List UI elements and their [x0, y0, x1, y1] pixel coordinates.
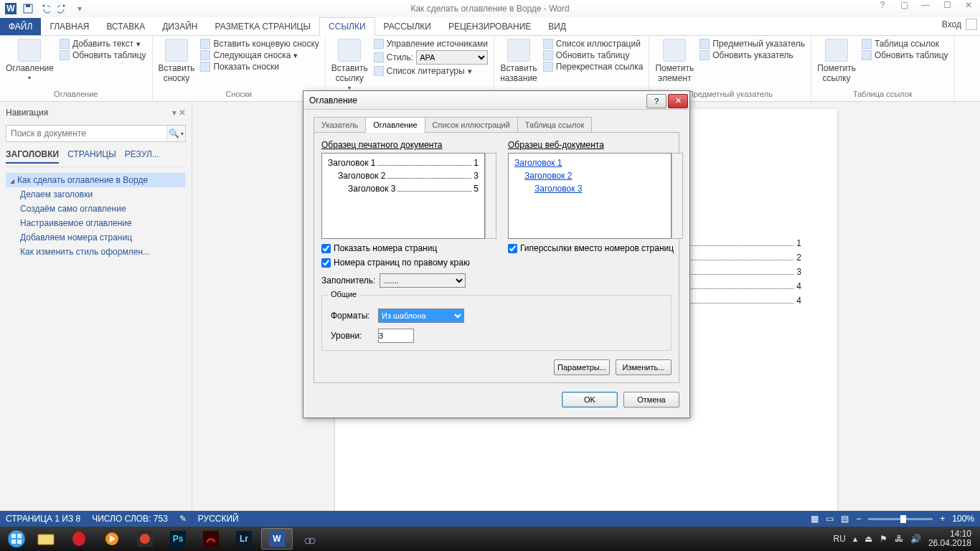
- dialog-tab-index[interactable]: Указатель: [314, 117, 366, 133]
- dialog-tab-listfig[interactable]: Список иллюстраций: [425, 117, 518, 133]
- tab-home[interactable]: ГЛАВНАЯ: [41, 18, 98, 35]
- user-icon[interactable]: [966, 19, 977, 30]
- minimize-icon[interactable]: —: [917, 0, 934, 10]
- manage-sources-button[interactable]: Управление источниками: [374, 39, 488, 49]
- taskbar-photoshop-icon[interactable]: Ps: [162, 528, 194, 550]
- tab-mailings[interactable]: РАССЫЛКИ: [375, 18, 440, 35]
- taskbar-opera-icon[interactable]: [63, 528, 95, 550]
- ribbon-display-icon[interactable]: ▢: [895, 0, 913, 10]
- taskbar-wmp-icon[interactable]: [96, 528, 128, 550]
- status-language[interactable]: РУССКИЙ: [198, 514, 239, 524]
- dialog-help-icon[interactable]: ?: [646, 94, 666, 108]
- nav-pin-icon[interactable]: ▾: [172, 108, 176, 118]
- taskbar-acrobat-icon[interactable]: [195, 528, 227, 550]
- mark-index-button[interactable]: Пометить элемент: [655, 39, 694, 83]
- web-preview-scroll[interactable]: [672, 153, 683, 239]
- taskbar-lightroom-icon[interactable]: Lr: [228, 528, 260, 550]
- nav-search-input[interactable]: [6, 128, 166, 138]
- tray-volume-icon[interactable]: 🔊: [910, 534, 921, 544]
- maximize-icon[interactable]: ☐: [938, 0, 956, 10]
- insert-citation-button[interactable]: Вставить ссылку▾: [331, 39, 368, 91]
- insert-caption-button[interactable]: Вставить название: [500, 39, 537, 83]
- next-footnote-button[interactable]: Следующая сноска ▾: [200, 50, 319, 60]
- insert-toa-button[interactable]: Таблица ссылок: [862, 39, 948, 49]
- insert-endnote-button[interactable]: Вставить концевую сноску: [200, 39, 319, 49]
- leader-select[interactable]: .......: [380, 273, 466, 288]
- levels-spinner[interactable]: [378, 329, 414, 343]
- mark-citation-toa-button[interactable]: Пометить ссылку: [817, 39, 856, 83]
- dialog-tab-toa[interactable]: Таблица ссылок: [517, 117, 593, 133]
- nav-tree-item[interactable]: Делаем заголовки: [6, 187, 186, 202]
- zoom-out-icon[interactable]: −: [856, 514, 861, 524]
- tray-lang[interactable]: RU: [834, 534, 846, 544]
- nav-tree-item[interactable]: Добавляем номера страниц: [6, 230, 186, 245]
- tab-layout[interactable]: РАЗМЕТКА СТРАНИЦЫ: [207, 18, 320, 35]
- taskbar-word-icon[interactable]: W: [261, 528, 293, 550]
- help-icon[interactable]: ?: [874, 0, 891, 10]
- update-toa-button[interactable]: Обновить таблицу: [862, 50, 948, 60]
- save-icon[interactable]: [22, 2, 34, 15]
- login-link[interactable]: Вход: [942, 19, 961, 29]
- right-align-checkbox[interactable]: [321, 258, 331, 268]
- toc-button[interactable]: Оглавление▾: [6, 39, 54, 81]
- close-icon[interactable]: ✕: [960, 0, 977, 10]
- tab-view[interactable]: ВИД: [540, 18, 575, 35]
- tray-flag-icon[interactable]: ⚑: [880, 534, 887, 544]
- nav-tab-pages[interactable]: СТРАНИЦЫ: [67, 149, 116, 164]
- tray-network-icon[interactable]: 🖧: [895, 534, 903, 544]
- nav-tab-headings[interactable]: ЗАГОЛОВКИ: [6, 149, 59, 164]
- list-figures-button[interactable]: Список иллюстраций: [543, 39, 644, 49]
- update-toc-button[interactable]: Обновить таблицу: [60, 50, 146, 60]
- modify-button[interactable]: Изменить...: [616, 359, 672, 375]
- dialog-close-icon[interactable]: ✕: [668, 94, 688, 108]
- show-footnotes-button[interactable]: Показать сноски: [200, 62, 319, 72]
- bibliography-button[interactable]: Список литературы ▾: [374, 66, 488, 76]
- print-preview-scroll[interactable]: [485, 153, 496, 239]
- taskbar-app-1-icon[interactable]: [129, 528, 161, 550]
- status-page[interactable]: СТРАНИЦА 1 ИЗ 8: [6, 514, 80, 524]
- proofing-icon[interactable]: ✎: [179, 514, 187, 524]
- nav-tab-results[interactable]: РЕЗУЛ...: [125, 149, 159, 164]
- nav-tree-root[interactable]: Как сделать оглавление в Ворде: [6, 173, 186, 187]
- tray-clock[interactable]: 14:1026.04.2018: [928, 529, 971, 548]
- view-print-icon[interactable]: ▦: [811, 514, 819, 524]
- redo-icon[interactable]: [56, 2, 69, 15]
- start-button[interactable]: [3, 528, 30, 550]
- hyperlinks-checkbox[interactable]: [508, 244, 517, 253]
- ok-button[interactable]: OK: [562, 392, 618, 408]
- cancel-button[interactable]: Отмена: [623, 392, 679, 408]
- cross-ref-button[interactable]: Перекрестная ссылка: [543, 62, 644, 72]
- view-web-icon[interactable]: ▤: [841, 514, 849, 524]
- dialog-tab-toc[interactable]: Оглавление: [365, 117, 425, 133]
- taskbar-explorer-icon[interactable]: [30, 528, 62, 550]
- insert-footnote-button[interactable]: Вставить сноску: [159, 39, 195, 83]
- nav-close-icon[interactable]: ✕: [179, 108, 186, 118]
- update-captions-button[interactable]: Обновить таблицу: [543, 50, 644, 60]
- params-button[interactable]: Параметры...: [554, 359, 610, 375]
- qat-customize-icon[interactable]: ▾: [73, 2, 86, 15]
- zoom-in-icon[interactable]: +: [940, 514, 945, 524]
- nav-tree-item[interactable]: Настраиваемое оглавление: [6, 216, 186, 230]
- formats-select[interactable]: Из шаблона: [378, 309, 464, 323]
- zoom-value[interactable]: 100%: [952, 514, 974, 524]
- tab-insert[interactable]: ВСТАВКА: [98, 18, 154, 35]
- tab-review[interactable]: РЕЦЕНЗИРОВАНИЕ: [440, 18, 540, 35]
- citation-style-select[interactable]: APA: [416, 50, 488, 65]
- nav-tree-item[interactable]: Как изменить стиль оформлен...: [6, 245, 186, 259]
- tab-design[interactable]: ДИЗАЙН: [154, 18, 206, 35]
- show-page-numbers-checkbox[interactable]: [321, 244, 331, 253]
- update-index-button[interactable]: Обновить указатель: [699, 50, 805, 60]
- insert-index-button[interactable]: Предметный указатель: [699, 39, 805, 49]
- taskbar-snip-icon[interactable]: [294, 528, 326, 550]
- add-text-button[interactable]: Добавить текст ▾: [60, 39, 146, 49]
- search-icon[interactable]: 🔍: [169, 128, 179, 138]
- tab-file[interactable]: ФАЙЛ: [0, 18, 41, 35]
- tab-references[interactable]: ССЫЛКИ: [319, 17, 374, 36]
- status-words[interactable]: ЧИСЛО СЛОВ: 753: [92, 514, 168, 524]
- view-read-icon[interactable]: ▭: [826, 514, 834, 524]
- zoom-slider[interactable]: [868, 518, 933, 520]
- undo-icon[interactable]: [39, 2, 52, 15]
- tray-safely-remove-icon[interactable]: ⏏: [864, 534, 872, 544]
- nav-tree-item[interactable]: Создаём само оглавление: [6, 202, 186, 216]
- tray-chevron-icon[interactable]: ▴: [853, 534, 857, 544]
